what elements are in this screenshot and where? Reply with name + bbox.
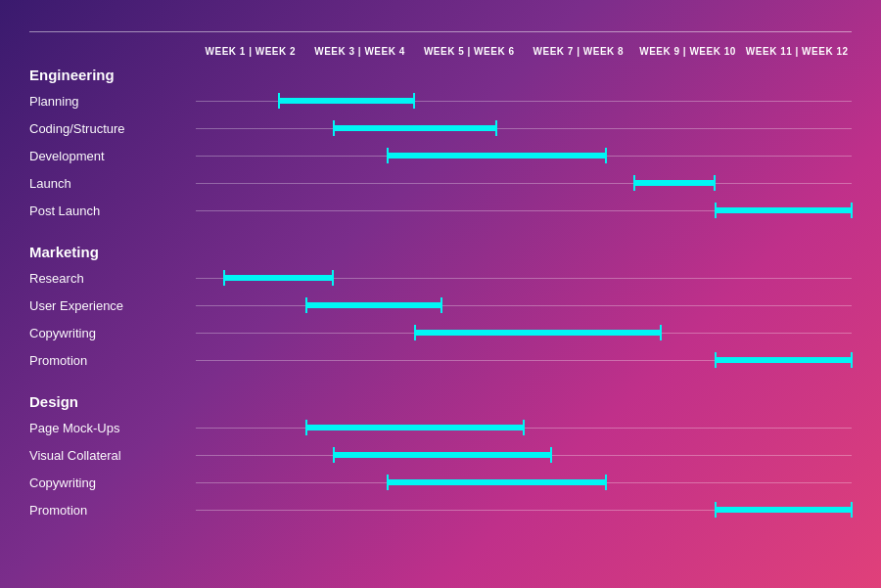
week-label-4: WEEK 7 | WEEK 8: [524, 46, 633, 57]
gantt-row-0-2: Development: [29, 142, 852, 169]
row-track-1-2: [196, 319, 852, 346]
row-label-0-1: Coding/Structure: [29, 121, 196, 136]
section-title-1: Marketing: [29, 244, 852, 260]
section-title-0: Engineering: [29, 67, 852, 83]
row-track-0-0: [196, 87, 852, 114]
gantt-row-0-1: Coding/Structure: [29, 114, 852, 142]
row-label-0-3: Launch: [29, 176, 196, 191]
main-container: WEEK 1 | WEEK 2WEEK 3 | WEEK 4WEEK 5 | W…: [0, 0, 881, 539]
row-track-2-3: [196, 496, 852, 523]
row-track-1-3: [196, 346, 852, 374]
track-line-0-3: [196, 183, 852, 184]
row-track-0-1: [196, 114, 852, 142]
row-track-0-4: [196, 197, 852, 224]
gantt-chart: WEEK 1 | WEEK 2WEEK 3 | WEEK 4WEEK 5 | W…: [29, 46, 852, 523]
section-title-2: Design: [29, 393, 852, 410]
gantt-bar-2-3: [715, 507, 852, 513]
row-track-1-0: [196, 264, 852, 292]
week-label-1: WEEK 1 | WEEK 2: [196, 46, 305, 57]
gantt-row-2-1: Visual Collateral: [29, 441, 852, 469]
row-label-1-2: Copywriting: [29, 326, 196, 340]
row-label-0-4: Post Launch: [29, 204, 196, 218]
gantt-body: EngineeringPlanningCoding/StructureDevel…: [29, 67, 852, 523]
gantt-row-2-2: Copywriting: [29, 469, 852, 496]
row-track-2-1: [196, 441, 852, 469]
gantt-row-0-4: Post Launch: [29, 197, 852, 224]
week-label-6: WEEK 11 | WEEK 12: [742, 46, 852, 57]
row-track-0-3: [196, 169, 852, 197]
gantt-bar-2-0: [305, 425, 524, 430]
gantt-bar-0-4: [715, 207, 852, 213]
track-line-1-1: [196, 305, 852, 306]
row-track-1-1: [196, 292, 852, 319]
title-divider: [29, 31, 852, 32]
gantt-bar-0-2: [387, 153, 605, 158]
row-label-2-3: Promotion: [29, 503, 196, 518]
row-track-0-2: [196, 142, 852, 169]
gantt-bar-1-3: [715, 357, 852, 363]
gantt-bar-1-1: [305, 302, 442, 308]
gantt-bar-0-3: [633, 180, 716, 186]
gantt-bar-0-0: [278, 98, 415, 104]
row-label-2-1: Visual Collateral: [29, 448, 196, 463]
gantt-header: WEEK 1 | WEEK 2WEEK 3 | WEEK 4WEEK 5 | W…: [196, 46, 852, 57]
row-label-1-1: User Experience: [29, 298, 196, 313]
gantt-bar-2-1: [333, 452, 551, 458]
row-track-2-2: [196, 469, 852, 496]
gantt-row-0-3: Launch: [29, 169, 852, 197]
gantt-row-1-3: Promotion: [29, 346, 852, 374]
gantt-row-2-3: Promotion: [29, 496, 852, 523]
gantt-bar-2-2: [387, 479, 605, 485]
row-label-1-3: Promotion: [29, 353, 196, 368]
gantt-row-0-0: Planning: [29, 87, 852, 114]
gantt-bar-0-1: [333, 125, 497, 131]
gantt-row-2-0: Page Mock-Ups: [29, 414, 852, 441]
gantt-row-1-0: Research: [29, 264, 852, 292]
gantt-bar-1-2: [414, 330, 660, 336]
track-line-0-1: [196, 128, 852, 129]
gantt-bar-1-0: [223, 275, 333, 281]
gantt-row-1-1: User Experience: [29, 292, 852, 319]
row-label-0-0: Planning: [29, 94, 196, 109]
week-label-2: WEEK 3 | WEEK 4: [305, 46, 415, 57]
week-label-5: WEEK 9 | WEEK 10: [633, 46, 743, 57]
row-label-2-2: Copywriting: [29, 475, 196, 490]
row-track-2-0: [196, 414, 852, 441]
week-label-3: WEEK 5 | WEEK 6: [414, 46, 524, 57]
row-label-2-0: Page Mock-Ups: [29, 421, 196, 435]
row-label-1-0: Research: [29, 271, 196, 286]
row-label-0-2: Development: [29, 149, 196, 163]
gantt-row-1-2: Copywriting: [29, 319, 852, 346]
